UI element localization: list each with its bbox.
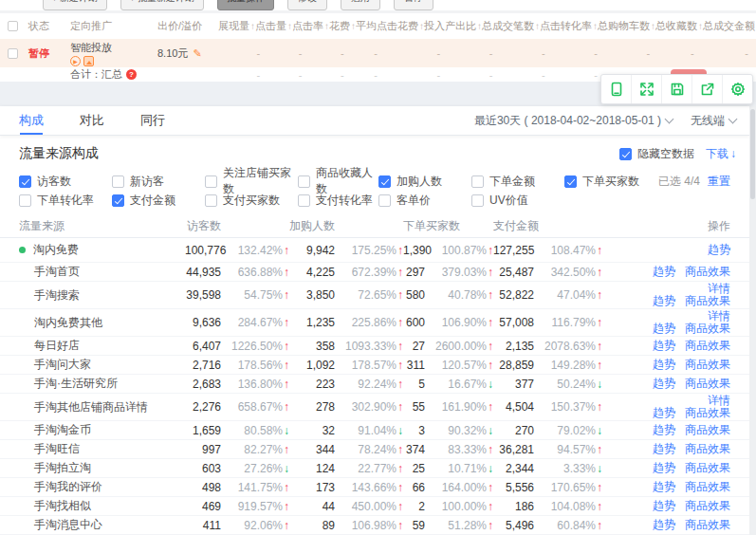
tab-对比[interactable]: 对比 <box>80 106 104 135</box>
metric-change: 90.32%↓ <box>434 424 493 437</box>
toolbar-button[interactable]: ↑ 新建计划 <box>43 0 107 10</box>
trend-link[interactable]: 趋势 <box>708 242 730 258</box>
play-circle-icon[interactable]: ▶ <box>70 56 81 66</box>
trend-link[interactable]: 趋势 <box>653 460 675 476</box>
campaign-name[interactable]: 智能投放 <box>70 41 157 55</box>
toolbar-button[interactable]: 启用 <box>341 0 380 10</box>
product-effect-link[interactable]: 商品效果 <box>685 460 730 476</box>
metric-checkbox[interactable]: 下单金额 <box>471 174 564 190</box>
download-link[interactable]: 下载↓ <box>706 146 736 162</box>
help-icon[interactable]: ? <box>126 69 137 80</box>
scrollbar[interactable] <box>749 106 756 535</box>
metric-checkbox[interactable]: UV价值 <box>471 193 564 209</box>
trend-link[interactable]: 趋势 <box>653 407 675 419</box>
trend-link[interactable]: 趋势 <box>653 441 675 457</box>
trend-link[interactable]: 趋势 <box>653 323 675 335</box>
table-row: 手淘旺信99782.27%↑34478.24%↑37483.33%↑36,281… <box>0 440 749 459</box>
traffic-table-header: 流量来源访客数加购人数下单买家数支付金额操作 <box>0 215 749 238</box>
column-metric[interactable]: 访客数 <box>185 218 289 234</box>
metric-checkbox[interactable]: 访客数 <box>19 174 112 190</box>
product-effect-link[interactable]: 商品效果 <box>685 295 730 307</box>
toolbar-button[interactable]: 修改 <box>287 0 327 10</box>
export-icon[interactable] <box>691 75 722 103</box>
toolbar-button[interactable]: ↑ 批量新建计划 <box>120 0 204 10</box>
mobile-preview-icon[interactable] <box>601 75 631 103</box>
metric-value: 44 <box>323 500 335 513</box>
campaign-column[interactable]: 总成交笔数↑ <box>482 19 540 33</box>
checkbox-icon <box>19 194 31 207</box>
edit-pencil-icon[interactable]: ✎ <box>193 47 201 60</box>
metric-value: 374 <box>406 443 425 456</box>
campaign-column[interactable]: 平均点击花费↑ <box>356 19 424 33</box>
metric-checkbox[interactable]: 支付买家数 <box>205 193 298 209</box>
checkbox-icon <box>298 175 310 188</box>
trend-link[interactable]: 趋势 <box>653 295 675 307</box>
hide-empty-toggle[interactable]: 隐藏空数据 <box>619 146 694 162</box>
metric-checkbox[interactable]: 客单价 <box>378 193 471 209</box>
metric-cell: 2,683136.80%↑ <box>185 378 289 391</box>
trend-link[interactable]: 趋势 <box>653 517 675 533</box>
product-effect-link[interactable]: 商品效果 <box>685 517 730 533</box>
product-effect-link[interactable]: 商品效果 <box>685 376 730 392</box>
settings-icon[interactable] <box>722 75 752 103</box>
product-effect-link[interactable]: 商品效果 <box>685 441 730 457</box>
column-metric[interactable]: 加购人数 <box>289 218 403 234</box>
trend-link[interactable]: 趋势 <box>653 376 675 392</box>
empty-value: - <box>440 69 492 81</box>
product-effect-link[interactable]: 商品效果 <box>685 338 730 354</box>
metric-checkbox[interactable]: 支付金额 <box>112 193 205 209</box>
campaign-column[interactable]: 点击量↑ <box>255 19 292 33</box>
tab-构成[interactable]: 构成 <box>19 106 44 135</box>
image-icon[interactable] <box>83 56 94 66</box>
terminal-select[interactable]: 无线端 <box>691 113 725 129</box>
column-metric[interactable]: 下单买家数 <box>403 218 493 234</box>
metric-cell: 4,504150.37%↑ <box>493 400 602 414</box>
product-effect-link[interactable]: 商品效果 <box>685 479 730 495</box>
trend-link[interactable]: 趋势 <box>653 357 675 373</box>
green-dot-icon <box>19 247 26 253</box>
select-all-checkbox[interactable] <box>8 21 28 31</box>
metric-checkbox[interactable]: 新访客 <box>112 174 205 190</box>
product-effect-link[interactable]: 商品效果 <box>685 264 730 280</box>
campaign-column[interactable]: 点击转化率↑ <box>540 19 598 33</box>
date-range[interactable]: 最近30天 ( 2018-04-02~2018-05-01 ) <box>474 113 661 129</box>
trend-link[interactable]: 趋势 <box>653 479 675 495</box>
campaign-column[interactable]: 总购物车数↑ <box>598 19 655 33</box>
metric-value: 32 <box>323 424 335 437</box>
metric-value: 580 <box>406 288 425 302</box>
trend-link[interactable]: 趋势 <box>653 264 675 280</box>
campaign-column[interactable]: 花费↑ <box>329 19 356 33</box>
trend-link[interactable]: 趋势 <box>653 422 675 438</box>
row-checkbox[interactable] <box>8 48 28 59</box>
metric-checkbox-label: 客单价 <box>396 193 431 209</box>
table-row: 手淘其他店铺商品详情2,276658.67%↑278302.90%↑55161.… <box>0 394 749 421</box>
product-effect-link[interactable]: 商品效果 <box>685 357 730 373</box>
campaign-column[interactable]: 点击率↑ <box>292 19 329 33</box>
reset-link[interactable]: 重置 <box>708 175 730 188</box>
product-effect-link[interactable]: 商品效果 <box>685 323 730 335</box>
metric-checkbox[interactable]: 支付转化率 <box>298 193 378 209</box>
fullscreen-icon[interactable] <box>631 75 661 103</box>
toolbar-button[interactable]: 暂停 <box>394 0 433 10</box>
scrollbar-thumb[interactable] <box>750 109 755 199</box>
tab-同行[interactable]: 同行 <box>140 106 165 135</box>
metric-cell: 41192.06%↑ <box>185 519 289 532</box>
product-effect-link[interactable]: 商品效果 <box>685 498 730 514</box>
column-source[interactable]: 流量来源 <box>19 218 185 234</box>
metric-checkbox[interactable]: 下单转化率 <box>19 193 112 209</box>
metric-cell: 37483.33%↑ <box>403 443 493 456</box>
product-effect-link[interactable]: 商品效果 <box>685 422 730 438</box>
save-icon[interactable] <box>661 75 691 103</box>
campaign-column[interactable]: 展现量↑ <box>218 19 255 33</box>
campaign-column[interactable]: 总收藏数↑ <box>655 19 703 33</box>
column-metric[interactable]: 支付金额 <box>493 218 602 234</box>
metric-change: 149.28%↑ <box>544 359 602 372</box>
source-name: 手淘旺信 <box>19 441 185 457</box>
trend-link[interactable]: 趋势 <box>653 338 675 354</box>
product-effect-link[interactable]: 商品效果 <box>685 407 730 419</box>
metric-checkbox[interactable]: 加购人数 <box>378 174 471 190</box>
toolbar-button[interactable]: 批量操作 <box>217 0 274 10</box>
campaign-column[interactable]: 总成交金额↑ <box>703 19 756 33</box>
trend-link[interactable]: 趋势 <box>653 498 675 514</box>
campaign-column[interactable]: 投入产出比↑ <box>424 19 482 33</box>
